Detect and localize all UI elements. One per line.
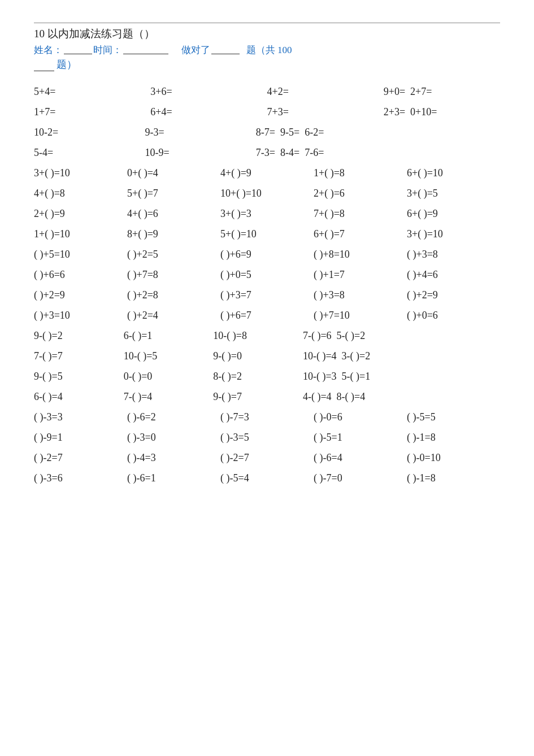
problem-cell: 10-( )=8 (213, 330, 303, 342)
problem-cell: ( )-9=1 (34, 432, 127, 444)
problem-row: 5-4= 10-9= 7-3= 8-4= 7-6= (34, 142, 500, 163)
problem-cell: ( )+3=7 (220, 289, 314, 301)
problem-cell: ( )+7=10 (314, 310, 407, 321)
time-blank (123, 45, 168, 54)
problem-cell: 6+( )=9 (407, 208, 500, 220)
problem-cell: 9-( )=5 (34, 371, 124, 383)
problem-cell: 10+( )=10 (220, 188, 314, 199)
problem-row: ( )-3=3 ( )-6=2 ( )-7=3 ( )-0=6 ( )-5=5 (34, 407, 500, 427)
problem-cell: 3+( )=10 (407, 228, 500, 240)
problem-cell: 10-2= (34, 127, 145, 138)
problem-cell: ( )-7=3 (220, 411, 314, 423)
problem-cell: ( )-3=5 (220, 432, 314, 444)
problem-cell: ( )-2=7 (220, 452, 314, 464)
problem-cell: 5+4= (34, 86, 150, 98)
problem-cell: 4+2= (267, 86, 384, 98)
problem-cell: ( )-1=8 (407, 432, 500, 444)
problem-cell: 3+( )=5 (407, 188, 500, 199)
problem-cell: ( )-5=4 (220, 472, 314, 484)
problem-cell: 7+( )=8 (314, 208, 407, 220)
problem-cell: 1+7= (34, 106, 150, 118)
worksheet-title: 10 以内加减法练习题（） (34, 27, 500, 41)
problem-cell: ( )-3=3 (34, 411, 127, 423)
info-line: 姓名： 时间： 做对了 题（共 100 (34, 44, 500, 57)
problem-cell: 6+4= (150, 106, 267, 118)
problem-row: 10-2= 9-3= 8-7= 9-5= 6-2= (34, 122, 500, 142)
total-label: 题（共 100 (246, 44, 292, 57)
problem-cell: 5-4= (34, 147, 145, 159)
problem-cell: 7-( )=6 5-( )=2 (303, 330, 410, 342)
problem-row: ( )-9=1 ( )-3=0 ( )-3=5 ( )-5=1 ( )-1=8 (34, 427, 500, 447)
problem-cell: ( )-0=10 (407, 452, 500, 464)
problem-cell: 6-( )=4 (34, 391, 124, 403)
problem-cell: ( )+3=8 (407, 249, 500, 260)
problem-cell: 7-3= 8-4= 7-6= (256, 147, 389, 159)
problem-cell: ( )+5=10 (34, 249, 127, 260)
problem-cell: ( )-6=1 (127, 472, 220, 484)
problem-cell: 7-( )=7 (34, 350, 124, 362)
problem-cell: 5+( )=7 (127, 188, 220, 199)
problem-row: 6-( )=4 7-( )=4 9-( )=7 4-( )=4 8-( )=4 (34, 386, 500, 407)
time-label: 时间： (93, 44, 122, 57)
problem-cell: 8-( )=2 (213, 371, 303, 383)
problem-cell: 4-( )=4 8-( )=4 (303, 391, 410, 403)
problem-cell: ( )+8=10 (314, 249, 407, 260)
problem-cell: 2+3= 0+10= (384, 106, 500, 118)
problem-row: ( )+5=10 ( )+2=5 ( )+6=9 ( )+8=10 ( )+3=… (34, 244, 500, 264)
name-label: 姓名： (34, 44, 63, 57)
problem-cell: 4+( )=8 (34, 188, 127, 199)
problem-cell: 2+( )=6 (314, 188, 407, 199)
problem-cell: ( )+2=8 (127, 289, 220, 301)
problem-row: ( )-2=7 ( )-4=3 ( )-2=7 ( )-6=4 ( )-0=10 (34, 447, 500, 468)
spacer (174, 45, 181, 56)
extra-blank (34, 59, 54, 71)
problem-cell: 3+6= (150, 86, 267, 98)
problem-cell: ( )-0=6 (314, 411, 407, 423)
problem-cell: ( )+7=8 (127, 269, 220, 281)
problem-cell: 5+( )=10 (220, 228, 314, 240)
problem-cell: 6+( )=7 (314, 228, 407, 240)
problem-cell: 8-7= 9-5= 6-2= (256, 127, 389, 138)
problem-cell: 4+( )=9 (220, 167, 314, 179)
header-area: 10 以内加减法练习题（） 姓名： 时间： 做对了 题（共 100 题） (34, 23, 500, 71)
problem-cell: 10-( )=3 5-( )=1 (303, 371, 410, 383)
problem-cell: ( )-5=5 (407, 411, 500, 423)
problem-row: 9-( )=5 0-( )=0 8-( )=2 10-( )=3 5-( )=1 (34, 366, 500, 386)
problem-cell: 9-3= (145, 127, 255, 138)
problem-cell: 7+3= (267, 106, 384, 118)
problem-cell: 1+( )=10 (34, 228, 127, 240)
problem-cell: 7-( )=4 (124, 391, 214, 403)
problem-cell: 10-( )=4 3-( )=2 (303, 350, 410, 362)
problem-cell: ( )+2=9 (34, 289, 127, 301)
problem-cell: ( )-3=6 (34, 472, 127, 484)
problem-cell: ( )-1=8 (407, 472, 500, 484)
problem-cell: ( )+3=10 (34, 310, 127, 321)
problem-row: 1+7= 6+4= 7+3= 2+3= 0+10= (34, 102, 500, 122)
problem-row: 7-( )=7 10-( )=5 9-( )=0 10-( )=4 3-( )=… (34, 346, 500, 366)
problem-cell: 0+( )=4 (127, 167, 220, 179)
problem-cell: ( )-7=0 (314, 472, 407, 484)
problem-row: ( )+6=6 ( )+7=8 ( )+0=5 ( )+1=7 ( )+4=6 (34, 264, 500, 285)
problem-row: ( )-3=6 ( )-6=1 ( )-5=4 ( )-7=0 ( )-1=8 (34, 468, 500, 488)
problems-grid: 5+4= 3+6= 4+2= 9+0= 2+7= 1+7= 6+4= 7+3= … (34, 81, 500, 488)
problem-cell: ( )-5=1 (314, 432, 407, 444)
top-divider (34, 23, 500, 23)
problem-row: 5+4= 3+6= 4+2= 9+0= 2+7= (34, 81, 500, 102)
problem-row: ( )+2=9 ( )+2=8 ( )+3=7 ( )+3=8 ( )+2=9 (34, 285, 500, 305)
problem-cell: 9+0= 2+7= (384, 86, 500, 98)
problem-cell: ( )+0=5 (220, 269, 314, 281)
problem-cell: ( )+6=6 (34, 269, 127, 281)
problem-cell: ( )-6=2 (127, 411, 220, 423)
problem-row: 4+( )=8 5+( )=7 10+( )=10 2+( )=6 3+( )=… (34, 183, 500, 203)
problem-cell: ( )-3=0 (127, 432, 220, 444)
problem-row: 3+( )=10 0+( )=4 4+( )=9 1+( )=8 6+( )=1… (34, 163, 500, 183)
problem-cell: 9-( )=0 (213, 350, 303, 362)
problem-cell: ( )+2=4 (127, 310, 220, 321)
problem-cell: 9-( )=7 (213, 391, 303, 403)
problem-cell: 1+( )=8 (314, 167, 407, 179)
correct-label: 做对了 (181, 44, 210, 57)
problem-cell: 10-( )=5 (124, 350, 214, 362)
second-info-line: 题） (34, 58, 500, 71)
problem-cell: ( )-2=7 (34, 452, 127, 464)
problem-cell: ( )-6=4 (314, 452, 407, 464)
